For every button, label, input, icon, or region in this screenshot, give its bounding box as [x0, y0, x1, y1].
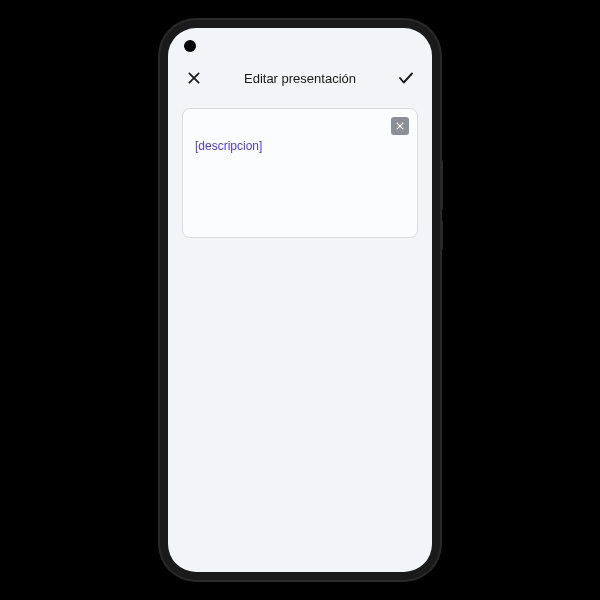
close-icon	[186, 70, 202, 86]
phone-frame: Editar presentación [descripcion]	[160, 20, 440, 580]
card-remove-button[interactable]	[391, 117, 409, 135]
confirm-button[interactable]	[396, 68, 416, 88]
page-title: Editar presentación	[244, 71, 356, 86]
close-button[interactable]	[184, 68, 204, 88]
camera-hole	[184, 40, 196, 52]
description-placeholder: [descripcion]	[195, 139, 405, 153]
app-header: Editar presentación	[168, 58, 432, 98]
volume-button	[440, 220, 443, 250]
power-button	[440, 160, 443, 210]
close-icon	[395, 121, 405, 131]
check-icon	[397, 69, 415, 87]
phone-screen: Editar presentación [descripcion]	[168, 28, 432, 572]
description-card[interactable]: [descripcion]	[182, 108, 418, 238]
app-content: Editar presentación [descripcion]	[168, 28, 432, 572]
